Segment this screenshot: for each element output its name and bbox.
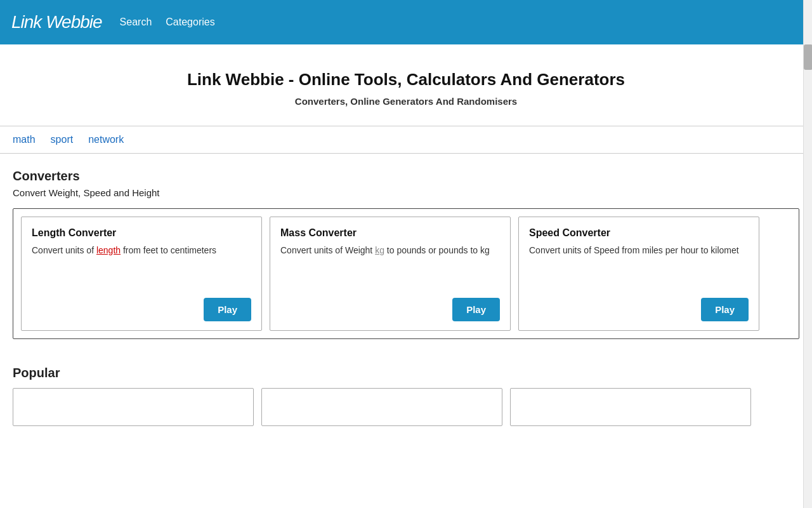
tag-math[interactable]: math: [13, 134, 36, 145]
card-length-footer: Play: [32, 298, 251, 321]
nav-categories-link[interactable]: Categories: [166, 17, 214, 27]
card-speed-footer: Play: [529, 298, 749, 321]
card-speed: Speed Converter Convert units of Speed f…: [518, 217, 759, 331]
card-mass: Mass Converter Convert units of Weight k…: [270, 217, 511, 331]
card-speed-play-button[interactable]: Play: [701, 298, 749, 321]
converters-title: Converters: [13, 169, 799, 184]
card-mass-desc: Convert units of Weight kg to pounds or …: [280, 245, 500, 289]
popular-section: Popular: [0, 358, 812, 426]
converters-section: Converters Convert Weight, Speed and Hei…: [0, 154, 812, 358]
popular-card-2: [261, 388, 502, 426]
card-mass-play-button[interactable]: Play: [452, 298, 500, 321]
site-logo[interactable]: Link Webbie: [11, 12, 102, 32]
scrollbar-thumb[interactable]: [804, 44, 812, 70]
hero-title: Link Webbie - Online Tools, Calculators …: [13, 70, 799, 90]
tag-sport[interactable]: sport: [51, 134, 74, 145]
converters-subtitle: Convert Weight, Speed and Height: [13, 187, 799, 198]
card-speed-title: Speed Converter: [529, 227, 749, 239]
popular-title: Popular: [13, 366, 799, 380]
nav-search-link[interactable]: Search: [120, 17, 152, 27]
length-highlight: length: [96, 245, 121, 255]
card-mass-footer: Play: [280, 298, 500, 321]
tag-network[interactable]: network: [88, 134, 124, 145]
navbar: Link Webbie Search Categories: [0, 0, 812, 44]
card-length: Length Converter Convert units of length…: [21, 217, 262, 331]
card-mass-title: Mass Converter: [280, 227, 500, 239]
hero-section: Link Webbie - Online Tools, Calculators …: [0, 44, 812, 126]
popular-cards-container: [13, 388, 799, 426]
nav-links: Search Categories: [120, 17, 215, 28]
popular-card-3: [510, 388, 751, 426]
card-speed-desc: Convert units of Speed from miles per ho…: [529, 245, 749, 289]
hero-subtitle: Converters, Online Generators And Random…: [13, 96, 799, 107]
scrollbar[interactable]: [803, 0, 812, 426]
tags-bar: math sport network: [0, 126, 812, 154]
card-length-title: Length Converter: [32, 227, 251, 239]
weight-highlight: kg: [375, 245, 384, 255]
popular-card-1: [13, 388, 254, 426]
card-length-desc: Convert units of length from feet to cen…: [32, 245, 251, 289]
logo-text: Link Webbie: [11, 12, 102, 32]
card-length-play-button[interactable]: Play: [204, 298, 251, 321]
cards-container: Length Converter Convert units of length…: [13, 208, 799, 339]
